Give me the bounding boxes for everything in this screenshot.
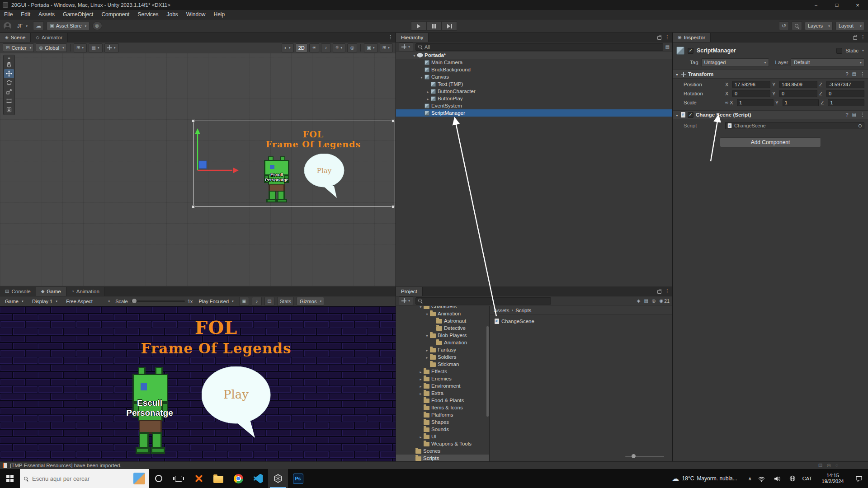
grid-settings-button[interactable] <box>380 43 393 52</box>
taskbar-clock[interactable]: 14:15 19/2/2024 <box>816 473 849 484</box>
folder-row[interactable]: Environment <box>396 382 489 389</box>
foldout-icon[interactable] <box>419 74 425 80</box>
taskbar-vscode[interactable] <box>248 469 268 488</box>
hierarchy-item-brickbackground[interactable]: BrickBackground <box>396 66 672 73</box>
minimize-button[interactable] <box>806 0 826 10</box>
taskbar-unity[interactable] <box>268 469 288 488</box>
search-by-label-icon[interactable] <box>644 299 648 303</box>
tray-expand-icon[interactable] <box>748 476 752 481</box>
menu-services[interactable]: Services <box>133 10 162 19</box>
tab-hierarchy[interactable]: Hierarchy <box>396 33 429 42</box>
tab-scene[interactable]: Scene <box>0 33 31 42</box>
foldout-icon[interactable] <box>418 306 424 309</box>
thumbnail-size-slider[interactable] <box>625 456 664 457</box>
folder-row[interactable]: Food & Plants <box>396 397 489 404</box>
folder-row[interactable]: Astronaut <box>396 317 489 324</box>
character-button-label-scene[interactable]: Escull Personatge <box>259 172 295 183</box>
foldout-icon[interactable] <box>418 390 424 396</box>
metrics-button[interactable] <box>264 297 274 306</box>
scene-panel-menu-icon[interactable] <box>388 34 393 40</box>
play-button[interactable] <box>411 21 426 31</box>
hierarchy-panel-menu-icon[interactable] <box>665 34 670 40</box>
folder-row[interactable]: Stickman <box>396 361 489 368</box>
shading-mode-button[interactable] <box>282 43 294 52</box>
search-by-type-icon[interactable] <box>637 299 641 303</box>
folder-row-scenes[interactable]: Scenes <box>396 447 489 455</box>
foldout-icon[interactable] <box>418 383 424 389</box>
tab-animator[interactable]: Animator <box>31 33 68 42</box>
hierarchy-item-main-camera[interactable]: Main Camera <box>396 59 672 66</box>
language-indicator[interactable]: CAT <box>802 476 812 481</box>
tab-inspector[interactable]: Inspector <box>673 33 711 42</box>
cloud-services-button[interactable] <box>33 21 44 30</box>
foldout-icon[interactable] <box>411 52 417 58</box>
task-view-button[interactable] <box>169 469 189 488</box>
foldout-icon[interactable] <box>418 369 424 374</box>
taskbar-search-input[interactable] <box>32 475 130 482</box>
folder-row[interactable]: Extra <box>396 389 489 397</box>
create-object-button[interactable] <box>399 42 413 52</box>
play-button-label-scene[interactable]: Play <box>311 167 338 175</box>
foldout-icon[interactable] <box>424 311 430 316</box>
hidden-packages-icon[interactable] <box>660 299 664 303</box>
menu-assets[interactable]: Assets <box>34 10 59 19</box>
folder-row[interactable]: Soldiers <box>396 353 489 361</box>
static-checkbox[interactable] <box>836 48 842 54</box>
game-target-dropdown[interactable]: Game <box>2 297 26 305</box>
pivot-mode-dropdown[interactable]: Center <box>3 43 34 52</box>
services-icon[interactable] <box>92 21 102 30</box>
search-highlight-thumbnail[interactable] <box>133 473 145 484</box>
project-panel-menu-icon[interactable] <box>665 288 670 294</box>
move-tool[interactable] <box>4 69 14 78</box>
folder-row[interactable]: Characters <box>396 306 489 310</box>
aspect-dropdown[interactable]: Free Aspect <box>63 297 113 305</box>
console-toggle-icon[interactable] <box>818 463 822 468</box>
menu-jobs[interactable]: Jobs <box>162 10 182 19</box>
folder-row-scripts[interactable]: Scripts <box>396 455 489 461</box>
scale-slider-knob[interactable] <box>132 299 137 303</box>
foldout-icon[interactable] <box>424 354 430 360</box>
foldout-icon[interactable] <box>675 112 679 118</box>
canvas-handle[interactable] <box>192 205 195 208</box>
script-object-field[interactable]: ChangeScene <box>725 122 864 129</box>
orientation-dropdown[interactable]: Global <box>36 43 67 52</box>
lock-icon[interactable] <box>853 36 857 40</box>
scene-viewport[interactable]: FOL Frame Of Legends Escull Personatge P… <box>0 53 396 286</box>
breadcrumb-assets[interactable]: Assets <box>494 308 509 313</box>
presets-icon[interactable] <box>852 72 856 76</box>
account-avatar[interactable] <box>4 22 11 30</box>
account-dropdown[interactable]: JF <box>14 22 30 30</box>
position-x-field[interactable]: 17.58296 <box>732 81 770 88</box>
canvas-handle[interactable] <box>192 119 195 122</box>
pause-button[interactable] <box>426 21 442 31</box>
folder-row[interactable]: Shapes <box>396 418 489 426</box>
folder-row[interactable]: UI <box>396 433 489 440</box>
grid-snap-button[interactable] <box>74 43 87 52</box>
audio-toggle-button[interactable] <box>321 43 331 52</box>
taskbar-file-explorer[interactable] <box>208 469 228 488</box>
folder-row[interactable]: Animation <box>396 310 489 317</box>
scale-z-field[interactable]: 1 <box>828 99 864 106</box>
taskbar-app-x[interactable] <box>189 469 208 488</box>
position-z-field[interactable]: -3.597347 <box>826 81 864 88</box>
folder-row[interactable]: Items & Icons <box>396 404 489 411</box>
undo-history-button[interactable] <box>779 21 789 30</box>
foldout-icon[interactable] <box>675 71 679 77</box>
menu-component[interactable]: Component <box>97 10 133 19</box>
folder-row[interactable]: Effects <box>396 368 489 375</box>
foldout-icon[interactable] <box>424 347 430 352</box>
component-menu-icon[interactable] <box>860 112 865 118</box>
foldout-icon[interactable] <box>418 376 424 381</box>
layout-dropdown[interactable]: Layout <box>835 22 864 30</box>
create-asset-button[interactable] <box>399 296 413 305</box>
search-button[interactable] <box>792 21 802 30</box>
changescene-component-header[interactable]: Change Scene (Script) <box>673 110 868 119</box>
folder-row[interactable]: Platforms <box>396 411 489 418</box>
foldout-icon[interactable] <box>425 89 431 94</box>
globe-icon[interactable] <box>787 475 798 482</box>
play-button-label[interactable]: Play <box>213 388 259 401</box>
folder-row[interactable]: Weapons & Tools <box>396 440 489 447</box>
transform-component-header[interactable]: Transform <box>673 70 868 79</box>
cache-server-icon[interactable] <box>827 463 831 468</box>
object-picker-icon[interactable] <box>858 123 862 128</box>
